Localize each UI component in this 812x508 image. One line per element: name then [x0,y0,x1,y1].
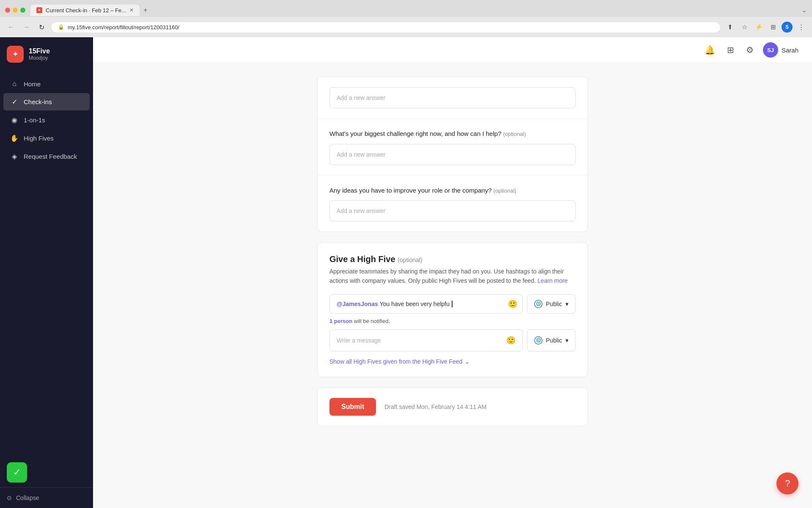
visibility-dropdown-2[interactable]: 🌐 Public ▾ [527,329,576,351]
show-all-link[interactable]: Show all High Fives given from the High … [329,358,576,365]
answer-input-2[interactable]: Add a new answer [329,144,576,165]
notifications-icon[interactable]: 🔔 [702,42,718,58]
tab-favicon: ✦ [36,7,42,13]
write-message-input[interactable]: Write a message 🙂 [329,329,523,351]
traffic-lights [5,8,25,13]
menu-icon[interactable]: ⋮ [795,21,807,33]
globe-icon: 🌐 [534,300,543,308]
draft-saved-text: Draft saved Mon, February 14 4:11 AM [384,403,486,410]
sidebar-brand: ✦ 15Five Moodjoy [0,37,93,71]
sidebar-item-label-home: Home [24,80,41,88]
bookmark-icon[interactable]: ☆ [738,21,750,33]
sidebar-nav: ⌂ Home ✓ Check-ins ◉ 1-on-1s ✋ High Five… [0,71,93,487]
high-five-title: Give a High Five (optional) [329,254,576,264]
sidebar-item-one-on-ones[interactable]: ◉ 1-on-1s [3,111,90,129]
high-five-message-input[interactable]: @JamesJonas You have been very helpfu 🙂 [329,294,523,314]
help-button[interactable]: ? [776,472,798,494]
sidebar-item-label-checkins: Check-ins [24,98,52,105]
user-initials: SJ [767,47,774,53]
text-cursor [452,301,453,307]
address-bar[interactable]: 🔒 my.15five.com/report/fillout/report/12… [51,22,721,33]
optional-tag-3: (optional) [494,188,516,194]
new-tab-button[interactable]: + [140,4,151,16]
app-container: ✦ 15Five Moodjoy ⌂ Home ✓ Check-ins ◉ 1-… [0,37,812,508]
checkmark-badge[interactable]: ✓ [7,462,27,483]
home-icon: ⌂ [10,80,19,88]
sidebar-item-label-one-on-ones: 1-on-1s [24,116,45,124]
question-block-3: Any ideas you have to improve your role … [318,176,587,232]
submit-card: Submit Draft saved Mon, February 14 4:11… [317,387,588,426]
close-traffic-light[interactable] [5,8,10,13]
visibility-chevron-2: ▾ [565,337,568,344]
sidebar-item-checkins[interactable]: ✓ Check-ins [3,93,90,110]
high-five-description: Appreciate teammates by sharing the impa… [329,267,576,286]
browser-actions: ⬆ ☆ ⚡ ⊞ S ⋮ [724,21,807,33]
write-message-row: Write a message 🙂 🌐 Public ▾ [329,329,576,351]
maximize-traffic-light[interactable] [20,8,25,13]
sidebar-item-label-high-fives: High Fives [24,135,54,142]
main-content: 🔔 ⊞ ⚙ SJ Sarah Add a new answer [93,37,812,508]
tab-title: Current Check-in · Feb 12 – Fe... [46,7,126,14]
submit-button[interactable]: Submit [329,398,376,416]
extensions-icon[interactable]: ⚡ [753,21,765,33]
high-five-card: Give a High Five (optional) Appreciate t… [317,242,588,377]
learn-more-link[interactable]: Learn more [538,277,568,284]
forward-button[interactable]: → [20,21,32,33]
content-wrapper: Add a new answer What's your biggest cha… [309,63,596,450]
emoji-button-1[interactable]: 🙂 [508,299,517,309]
brand-text: 15Five Moodjoy [29,47,50,61]
brand-name: 15Five [29,47,50,55]
questions-card: Add a new answer What's your biggest cha… [317,77,588,232]
visibility-label-2: Public [546,337,562,344]
question-label-3: Any ideas you have to improve your role … [329,186,576,196]
sidebar-item-home[interactable]: ⌂ Home [3,75,90,92]
visibility-dropdown-1[interactable]: 🌐 Public ▾ [527,294,576,314]
reload-button[interactable]: ↻ [36,21,47,33]
answer-placeholder-1: Add a new answer [337,94,385,101]
visibility-label-1: Public [546,301,562,307]
collapse-label: Collapse [16,494,39,501]
notify-text: 1 person will be notified. [329,318,576,324]
back-button[interactable]: ← [5,21,17,33]
answer-input-3[interactable]: Add a new answer [329,200,576,221]
tab-bar: ✦ Current Check-in · Feb 12 – Fe... ✕ + … [0,0,812,17]
user-area: SJ Sarah [763,42,798,58]
tab-chevron[interactable]: ⌄ [802,7,807,14]
minimize-traffic-light[interactable] [13,8,18,13]
active-tab[interactable]: ✦ Current Check-in · Feb 12 – Fe... ✕ [30,5,140,16]
user-avatar: SJ [763,42,778,58]
chrome-user-avatar[interactable]: S [782,22,793,33]
top-bar: 🔔 ⊞ ⚙ SJ Sarah [93,37,812,63]
emoji-button-2[interactable]: 🙂 [506,336,516,345]
brand-sub: Moodjoy [29,55,50,61]
collapse-button[interactable]: ⊙ Collapse [7,494,86,501]
tab-close-button[interactable]: ✕ [129,7,134,13]
hf-mention: @JamesJonas [337,301,378,307]
settings-icon[interactable]: ⚙ [743,42,756,58]
bottom-bar: Submit Draft saved Mon, February 14 4:11… [318,388,587,426]
answer-input-1[interactable]: Add a new answer [329,87,576,108]
checkins-icon: ✓ [10,98,19,106]
visibility-chevron-1: ▾ [565,301,568,307]
hf-message-body: You have been very helpfu [380,301,450,307]
grid-icon[interactable]: ⊞ [724,42,737,58]
question-label-2: What's your biggest challenge right now,… [329,129,576,139]
request-feedback-icon: ◈ [10,152,19,160]
sidebar-bottom: ⊙ Collapse [0,487,93,508]
question-block-2: What's your biggest challenge right now,… [318,119,587,176]
question-block-1: Add a new answer [318,77,587,119]
lock-icon: 🔒 [58,24,64,30]
answer-placeholder-3: Add a new answer [337,207,385,214]
layout-icon[interactable]: ⊞ [767,21,779,33]
user-name: Sarah [782,47,798,54]
high-fives-icon: ✋ [10,134,19,142]
url-text: my.15five.com/report/fillout/report/1200… [68,24,713,30]
optional-tag-2: (optional) [503,131,526,137]
chevron-down-icon: ⌄ [465,358,470,365]
globe-icon-2: 🌐 [534,336,543,345]
sidebar-item-request-feedback[interactable]: ◈ Request Feedback [3,148,90,165]
sidebar: ✦ 15Five Moodjoy ⌂ Home ✓ Check-ins ◉ 1-… [0,37,93,508]
sidebar-item-high-fives[interactable]: ✋ High Fives [3,130,90,147]
share-icon[interactable]: ⬆ [724,21,736,33]
high-five-section: Give a High Five (optional) Appreciate t… [318,243,587,377]
